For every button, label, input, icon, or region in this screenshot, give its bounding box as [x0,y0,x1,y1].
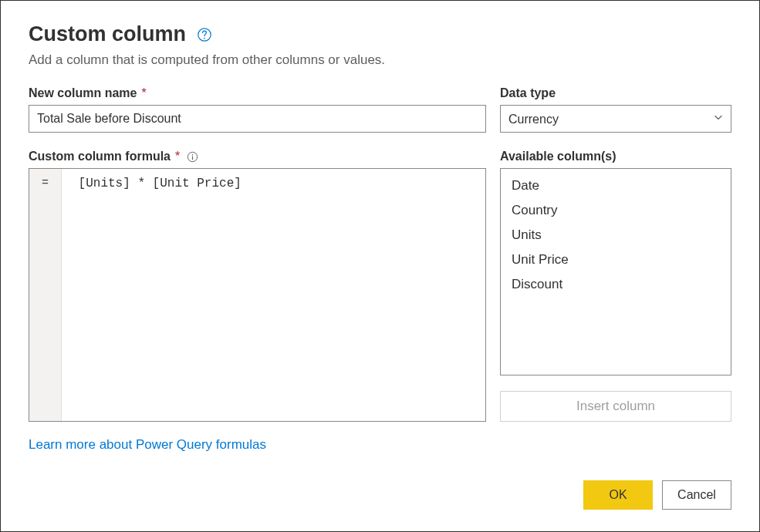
new-column-name-label-text: New column name [29,86,137,100]
dialog-subtitle: Add a column that is computed from other… [29,52,731,68]
right-column: Data type Currency Available column(s) D… [500,86,731,422]
formula-input[interactable] [62,169,485,421]
data-type-label: Data type [500,86,731,100]
ok-button[interactable]: OK [583,480,653,510]
formula-label: Custom column formula * [29,150,486,163]
learn-more-row: Learn more about Power Query formulas [29,437,731,453]
svg-point-3 [192,153,194,155]
insert-column-button[interactable]: Insert column [500,391,731,422]
formula-label-text: Custom column formula [29,150,171,163]
svg-point-1 [204,37,205,39]
learn-more-link[interactable]: Learn more about Power Query formulas [29,437,266,452]
formula-editor-box: = [29,168,486,422]
new-column-name-input[interactable] [29,105,486,133]
new-column-name-label: New column name * [29,86,486,100]
column-item[interactable]: Unit Price [501,247,731,272]
dialog-header: Custom column [29,22,731,46]
custom-column-dialog: Custom column Add a column that is compu… [0,0,760,532]
cancel-button[interactable]: Cancel [662,480,731,510]
column-item[interactable]: Discount [501,272,731,297]
column-item[interactable]: Country [501,198,731,223]
left-column: New column name * Custom column formula … [29,86,486,422]
new-column-name-field: New column name * [29,86,486,133]
help-icon[interactable] [197,27,212,42]
formula-gutter: = [29,169,62,421]
main-content: New column name * Custom column formula … [29,86,731,422]
dialog-footer: OK Cancel [29,480,731,510]
data-type-select[interactable]: Currency [500,105,731,133]
data-type-select-wrap: Currency [500,105,731,133]
available-columns-label: Available column(s) [500,150,731,163]
column-item[interactable]: Date [501,173,731,198]
required-marker: * [141,86,146,100]
available-columns-list: Date Country Units Unit Price Discount [500,168,731,375]
dialog-title: Custom column [29,22,186,46]
info-icon[interactable] [186,150,198,163]
column-item[interactable]: Units [501,223,731,247]
data-type-field: Data type Currency [500,86,731,133]
svg-rect-4 [192,156,193,160]
required-marker: * [175,150,180,163]
